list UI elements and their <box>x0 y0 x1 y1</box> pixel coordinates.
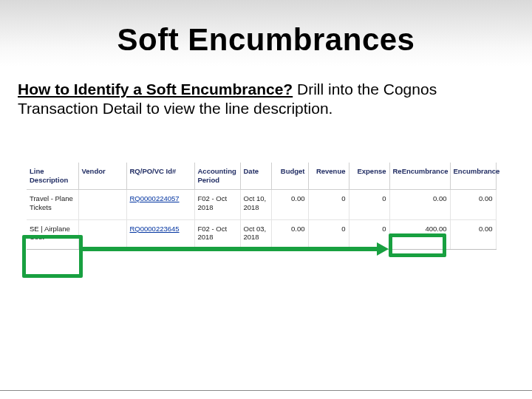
cell-date: Oct 10, 2018 <box>240 189 271 219</box>
cell-vendor <box>78 189 126 219</box>
cell-accounting-period: F02 - Oct 2018 <box>194 189 240 219</box>
col-line-description: Line Description <box>27 163 78 189</box>
col-reencumbrance: ReEncumbrance <box>389 163 450 189</box>
table-header-row: Line Description Vendor RQ/PO/VC Id# Acc… <box>27 163 496 189</box>
table-row: Travel - Plane Tickets RQ0000224057 F02 … <box>27 189 496 219</box>
footer-divider <box>0 390 532 391</box>
col-expense: Expense <box>349 163 389 189</box>
cell-accounting-period: F02 - Oct 2018 <box>194 219 240 250</box>
col-accounting-period: Accounting Period <box>194 163 240 189</box>
col-encumbrance: Encumbrance <box>450 163 496 189</box>
cell-budget: 0.00 <box>271 219 308 250</box>
highlight-reencumbrance-box <box>389 233 446 257</box>
cell-expense: 0 <box>349 189 389 219</box>
col-rq-po-vc-id: RQ/PO/VC Id# <box>126 163 194 189</box>
cell-rq-link[interactable]: RQ0000223645 <box>126 219 194 250</box>
highlight-line-description-box <box>22 235 83 278</box>
cell-budget: 0.00 <box>271 189 308 219</box>
col-budget: Budget <box>271 163 308 189</box>
cell-revenue: 0 <box>308 189 349 219</box>
cell-rq-link[interactable]: RQ0000224057 <box>126 189 194 219</box>
cell-revenue: 0 <box>308 219 349 250</box>
page-title: Soft Encumbrances <box>0 0 532 72</box>
highlight-arrow <box>83 247 380 251</box>
cell-encumbrance: 0.00 <box>450 219 496 250</box>
col-revenue: Revenue <box>308 163 349 189</box>
body-text: How to Identify a Soft Encumbrance? Dril… <box>18 80 514 119</box>
body-lead: How to Identify a Soft Encumbrance? <box>18 81 293 98</box>
cell-line-description: Travel - Plane Tickets <box>27 189 78 219</box>
cell-vendor <box>78 219 126 250</box>
col-date: Date <box>240 163 271 189</box>
cell-reencumbrance: 0.00 <box>389 189 450 219</box>
cell-encumbrance: 0.00 <box>450 189 496 219</box>
cell-date: Oct 03, 2018 <box>240 219 271 250</box>
col-vendor: Vendor <box>78 163 126 189</box>
